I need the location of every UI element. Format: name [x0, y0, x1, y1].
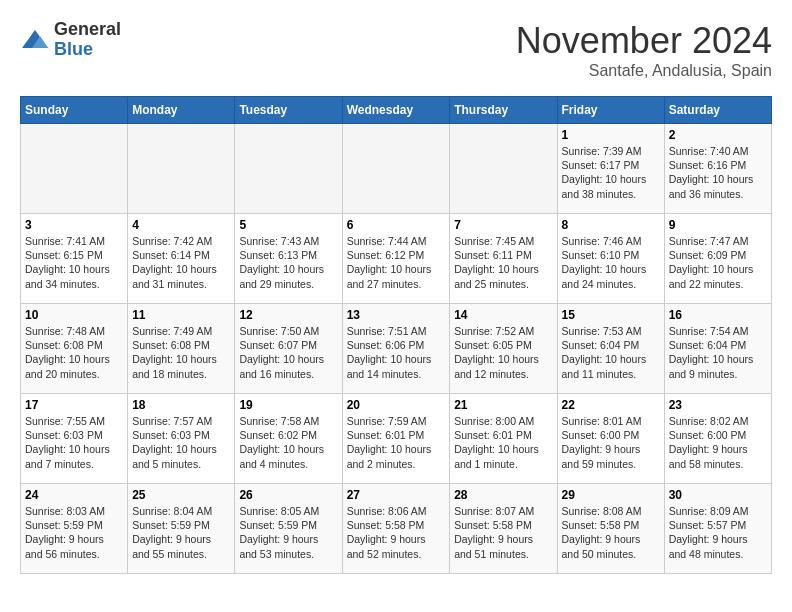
- month-title: November 2024: [516, 20, 772, 62]
- calendar-cell: 7Sunrise: 7:45 AM Sunset: 6:11 PM Daylig…: [450, 214, 557, 304]
- day-info: Sunrise: 7:43 AM Sunset: 6:13 PM Dayligh…: [239, 234, 337, 291]
- weekday-header-sunday: Sunday: [21, 97, 128, 124]
- calendar-cell: 13Sunrise: 7:51 AM Sunset: 6:06 PM Dayli…: [342, 304, 450, 394]
- day-number: 13: [347, 308, 446, 322]
- calendar-cell: 20Sunrise: 7:59 AM Sunset: 6:01 PM Dayli…: [342, 394, 450, 484]
- weekday-header-tuesday: Tuesday: [235, 97, 342, 124]
- calendar-week-row: 1Sunrise: 7:39 AM Sunset: 6:17 PM Daylig…: [21, 124, 772, 214]
- calendar-cell: 18Sunrise: 7:57 AM Sunset: 6:03 PM Dayli…: [128, 394, 235, 484]
- calendar-cell: 10Sunrise: 7:48 AM Sunset: 6:08 PM Dayli…: [21, 304, 128, 394]
- day-number: 27: [347, 488, 446, 502]
- day-info: Sunrise: 8:01 AM Sunset: 6:00 PM Dayligh…: [562, 414, 660, 471]
- day-number: 11: [132, 308, 230, 322]
- day-number: 4: [132, 218, 230, 232]
- day-info: Sunrise: 7:59 AM Sunset: 6:01 PM Dayligh…: [347, 414, 446, 471]
- calendar-cell: 27Sunrise: 8:06 AM Sunset: 5:58 PM Dayli…: [342, 484, 450, 574]
- day-number: 21: [454, 398, 552, 412]
- day-number: 26: [239, 488, 337, 502]
- calendar-cell: 25Sunrise: 8:04 AM Sunset: 5:59 PM Dayli…: [128, 484, 235, 574]
- day-number: 15: [562, 308, 660, 322]
- day-number: 12: [239, 308, 337, 322]
- day-number: 23: [669, 398, 767, 412]
- day-info: Sunrise: 7:47 AM Sunset: 6:09 PM Dayligh…: [669, 234, 767, 291]
- calendar-cell: 26Sunrise: 8:05 AM Sunset: 5:59 PM Dayli…: [235, 484, 342, 574]
- day-number: 2: [669, 128, 767, 142]
- calendar-cell: 28Sunrise: 8:07 AM Sunset: 5:58 PM Dayli…: [450, 484, 557, 574]
- calendar-cell: 12Sunrise: 7:50 AM Sunset: 6:07 PM Dayli…: [235, 304, 342, 394]
- day-info: Sunrise: 8:08 AM Sunset: 5:58 PM Dayligh…: [562, 504, 660, 561]
- calendar-table: SundayMondayTuesdayWednesdayThursdayFrid…: [20, 96, 772, 574]
- logo: General Blue: [20, 20, 121, 60]
- day-info: Sunrise: 8:06 AM Sunset: 5:58 PM Dayligh…: [347, 504, 446, 561]
- day-number: 17: [25, 398, 123, 412]
- day-number: 7: [454, 218, 552, 232]
- day-number: 14: [454, 308, 552, 322]
- calendar-week-row: 24Sunrise: 8:03 AM Sunset: 5:59 PM Dayli…: [21, 484, 772, 574]
- day-number: 20: [347, 398, 446, 412]
- weekday-header-wednesday: Wednesday: [342, 97, 450, 124]
- day-info: Sunrise: 7:54 AM Sunset: 6:04 PM Dayligh…: [669, 324, 767, 381]
- location-title: Santafe, Andalusia, Spain: [516, 62, 772, 80]
- calendar-cell: [21, 124, 128, 214]
- calendar-cell: 6Sunrise: 7:44 AM Sunset: 6:12 PM Daylig…: [342, 214, 450, 304]
- day-number: 25: [132, 488, 230, 502]
- weekday-header-friday: Friday: [557, 97, 664, 124]
- day-info: Sunrise: 7:55 AM Sunset: 6:03 PM Dayligh…: [25, 414, 123, 471]
- calendar-cell: 21Sunrise: 8:00 AM Sunset: 6:01 PM Dayli…: [450, 394, 557, 484]
- calendar-cell: 15Sunrise: 7:53 AM Sunset: 6:04 PM Dayli…: [557, 304, 664, 394]
- day-number: 19: [239, 398, 337, 412]
- logo-blue: Blue: [54, 40, 121, 60]
- day-number: 28: [454, 488, 552, 502]
- weekday-header-saturday: Saturday: [664, 97, 771, 124]
- day-number: 5: [239, 218, 337, 232]
- day-number: 16: [669, 308, 767, 322]
- day-number: 22: [562, 398, 660, 412]
- calendar-cell: [235, 124, 342, 214]
- logo-general: General: [54, 20, 121, 40]
- day-number: 3: [25, 218, 123, 232]
- day-info: Sunrise: 7:50 AM Sunset: 6:07 PM Dayligh…: [239, 324, 337, 381]
- day-info: Sunrise: 8:02 AM Sunset: 6:00 PM Dayligh…: [669, 414, 767, 471]
- day-number: 6: [347, 218, 446, 232]
- calendar-cell: [128, 124, 235, 214]
- day-info: Sunrise: 7:40 AM Sunset: 6:16 PM Dayligh…: [669, 144, 767, 201]
- day-number: 8: [562, 218, 660, 232]
- calendar-cell: 1Sunrise: 7:39 AM Sunset: 6:17 PM Daylig…: [557, 124, 664, 214]
- calendar-cell: 2Sunrise: 7:40 AM Sunset: 6:16 PM Daylig…: [664, 124, 771, 214]
- calendar-cell: [450, 124, 557, 214]
- day-number: 9: [669, 218, 767, 232]
- day-info: Sunrise: 8:09 AM Sunset: 5:57 PM Dayligh…: [669, 504, 767, 561]
- calendar-week-row: 3Sunrise: 7:41 AM Sunset: 6:15 PM Daylig…: [21, 214, 772, 304]
- calendar-cell: 14Sunrise: 7:52 AM Sunset: 6:05 PM Dayli…: [450, 304, 557, 394]
- day-info: Sunrise: 8:05 AM Sunset: 5:59 PM Dayligh…: [239, 504, 337, 561]
- day-info: Sunrise: 7:48 AM Sunset: 6:08 PM Dayligh…: [25, 324, 123, 381]
- calendar-cell: 5Sunrise: 7:43 AM Sunset: 6:13 PM Daylig…: [235, 214, 342, 304]
- day-info: Sunrise: 7:53 AM Sunset: 6:04 PM Dayligh…: [562, 324, 660, 381]
- weekday-header-thursday: Thursday: [450, 97, 557, 124]
- calendar-cell: 17Sunrise: 7:55 AM Sunset: 6:03 PM Dayli…: [21, 394, 128, 484]
- day-info: Sunrise: 8:04 AM Sunset: 5:59 PM Dayligh…: [132, 504, 230, 561]
- day-info: Sunrise: 7:44 AM Sunset: 6:12 PM Dayligh…: [347, 234, 446, 291]
- day-info: Sunrise: 8:07 AM Sunset: 5:58 PM Dayligh…: [454, 504, 552, 561]
- day-info: Sunrise: 7:57 AM Sunset: 6:03 PM Dayligh…: [132, 414, 230, 471]
- day-number: 1: [562, 128, 660, 142]
- calendar-cell: 9Sunrise: 7:47 AM Sunset: 6:09 PM Daylig…: [664, 214, 771, 304]
- weekday-header-row: SundayMondayTuesdayWednesdayThursdayFrid…: [21, 97, 772, 124]
- calendar-cell: 30Sunrise: 8:09 AM Sunset: 5:57 PM Dayli…: [664, 484, 771, 574]
- logo-icon: [20, 28, 50, 52]
- title-area: November 2024 Santafe, Andalusia, Spain: [516, 20, 772, 80]
- calendar-cell: 4Sunrise: 7:42 AM Sunset: 6:14 PM Daylig…: [128, 214, 235, 304]
- day-info: Sunrise: 7:42 AM Sunset: 6:14 PM Dayligh…: [132, 234, 230, 291]
- day-info: Sunrise: 7:46 AM Sunset: 6:10 PM Dayligh…: [562, 234, 660, 291]
- logo-text: General Blue: [54, 20, 121, 60]
- day-info: Sunrise: 7:39 AM Sunset: 6:17 PM Dayligh…: [562, 144, 660, 201]
- calendar-cell: 11Sunrise: 7:49 AM Sunset: 6:08 PM Dayli…: [128, 304, 235, 394]
- calendar-week-row: 10Sunrise: 7:48 AM Sunset: 6:08 PM Dayli…: [21, 304, 772, 394]
- day-info: Sunrise: 7:49 AM Sunset: 6:08 PM Dayligh…: [132, 324, 230, 381]
- calendar-cell: 23Sunrise: 8:02 AM Sunset: 6:00 PM Dayli…: [664, 394, 771, 484]
- day-number: 24: [25, 488, 123, 502]
- day-info: Sunrise: 8:03 AM Sunset: 5:59 PM Dayligh…: [25, 504, 123, 561]
- day-info: Sunrise: 7:45 AM Sunset: 6:11 PM Dayligh…: [454, 234, 552, 291]
- calendar-cell: 3Sunrise: 7:41 AM Sunset: 6:15 PM Daylig…: [21, 214, 128, 304]
- page-header: General Blue November 2024 Santafe, Anda…: [20, 20, 772, 80]
